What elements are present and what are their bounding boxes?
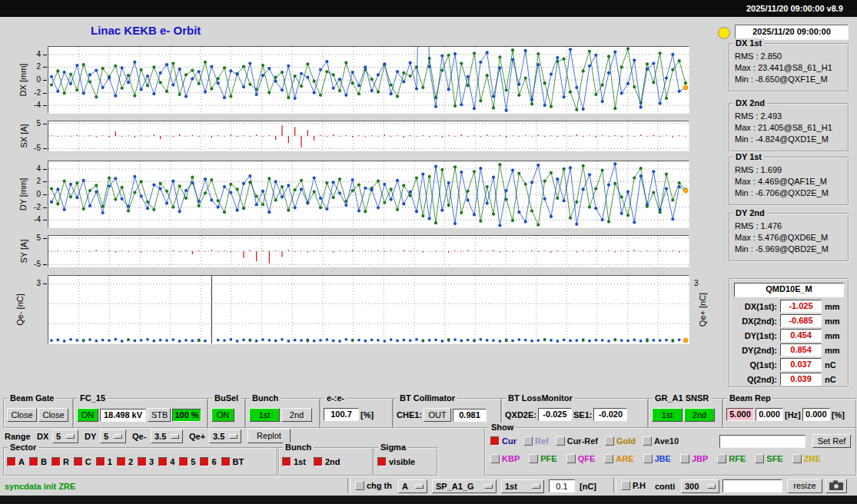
show-checkbox-are[interactable]: ARE <box>604 454 633 463</box>
checkbox-label: 2nd <box>325 457 340 466</box>
sync-status-message: syncdata init ZRE <box>5 482 75 491</box>
range-dx-select[interactable]: 5 <box>52 429 78 443</box>
checkbox-label: Ref <box>535 436 549 446</box>
readout-value: 0.039 <box>780 373 822 386</box>
readout-value: 0.854 <box>780 343 822 356</box>
resize-button[interactable]: resize <box>787 479 822 493</box>
show-checkbox-pfe[interactable]: PFE <box>529 454 556 463</box>
show-checkbox-ref[interactable]: Ref <box>523 436 549 446</box>
range-qe-minus-select[interactable]: 3.5 <box>151 429 183 443</box>
y-tick-mark <box>43 55 47 55</box>
show-checkbox-jbe[interactable]: JBE <box>643 454 671 463</box>
replot-button[interactable]: Replot <box>247 429 291 443</box>
qxd2e-value-display: -0.025 <box>538 408 572 421</box>
range-dy-label: DY <box>85 432 96 441</box>
range-dx-label: DX <box>37 432 48 441</box>
bunch-order-select[interactable]: 1st <box>501 479 544 493</box>
y-tick-mark <box>43 124 47 124</box>
y-tick-label: 5 <box>25 234 41 243</box>
show-checkbox-jbp[interactable]: JBP <box>680 454 708 463</box>
sector-checkbox-6[interactable]: 6 <box>200 457 216 466</box>
show-checkbox-zre[interactable]: ZRE <box>792 454 821 463</box>
stat-group-title: DX 2nd <box>733 98 767 108</box>
checkbox-label: QFE <box>578 454 596 463</box>
checkbox-label: 3 <box>149 457 154 466</box>
dropdown-indicator-icon <box>484 484 493 489</box>
y-tick-label: -2 <box>25 203 41 212</box>
show-checkbox-ave10[interactable]: Ave10 <box>643 436 679 446</box>
sector-select[interactable]: A <box>398 479 427 493</box>
sector-checkbox-B[interactable]: B <box>29 457 47 466</box>
bunch-checkbox-2nd[interactable]: 2nd <box>314 457 340 466</box>
monitor-readout-row: DX(1st):-1.025mm <box>730 299 848 313</box>
ref-name-input[interactable] <box>719 435 806 448</box>
beam-gate-close-button-1[interactable]: Close <box>7 408 37 422</box>
stat-max-value: Max : 23.441@S8_61_H1 <box>730 62 848 74</box>
readout-value: 0.037 <box>780 358 822 371</box>
y-tick-mark <box>43 207 47 208</box>
stat-group-dx-2nd: DX 2ndRMS : 2.493Max : 21.405@S8_61_H1Mi… <box>729 103 849 152</box>
beam-gate-close-button-2[interactable]: Close <box>38 408 68 422</box>
dropdown-indicator-icon <box>415 484 424 489</box>
y-tick-label: 4 <box>25 50 41 59</box>
show-checkbox-rfe[interactable]: RFE <box>717 454 746 463</box>
range-qe-plus-select[interactable]: 3.5 <box>209 429 241 443</box>
range-dx-value: 5 <box>56 432 61 441</box>
snsr-2nd-button[interactable]: 2nd <box>684 408 715 422</box>
screenshot-camera-button[interactable] <box>825 479 847 493</box>
show-title: Show <box>489 423 516 433</box>
bunch-1st-button[interactable]: 1st <box>249 408 280 422</box>
sector-checkbox-4[interactable]: 4 <box>158 457 174 466</box>
beam-rep-hz-unit: [Hz] <box>785 410 801 419</box>
show-checkbox-qfe[interactable]: QFE <box>566 454 596 463</box>
range-qe-plus-label: Qe+ <box>189 432 205 441</box>
sector-checkbox-1[interactable]: 1 <box>96 457 112 466</box>
sector-checkbox-R[interactable]: R <box>51 457 69 466</box>
show-checkbox-kbp[interactable]: KBP <box>490 454 520 463</box>
fc15-on-button[interactable]: ON <box>77 408 98 422</box>
stat-rms-value: RMS : 2.493 <box>730 111 848 122</box>
bunch-title: Bunch <box>250 393 281 403</box>
y-tick-label: 2 <box>25 177 41 186</box>
sector-checkbox-BT[interactable]: BT <box>221 457 244 466</box>
fc15-group: FC_15 ON 18.498 kV STB 100 % <box>73 398 208 429</box>
show-checkbox-cur[interactable]: Cur <box>490 436 517 446</box>
snsr-1st-button[interactable]: 1st <box>652 408 683 422</box>
sector-checkbox-A[interactable]: A <box>7 457 25 466</box>
checkbox-indicator <box>29 457 38 466</box>
range-qe-minus-label: Qe- <box>132 432 146 441</box>
bunch-2nd-button[interactable]: 2nd <box>281 408 312 422</box>
sector-checkbox-C[interactable]: C <box>74 457 91 466</box>
chg-th-checkbox[interactable]: chg th <box>355 481 392 490</box>
show-checkbox-gold[interactable]: Gold <box>605 436 636 446</box>
status-lamp-icon <box>718 27 730 39</box>
sector-checkbox-3[interactable]: 3 <box>138 457 154 466</box>
stat-min-value: Min : -4.824@QXD1E_M <box>730 134 848 145</box>
ph-checkbox[interactable]: P.H <box>621 481 646 490</box>
interval-select[interactable]: 300 <box>681 479 719 493</box>
che1-out-button[interactable]: OUT <box>424 408 451 422</box>
busel-on-button[interactable]: ON <box>211 408 234 422</box>
show-checkbox-sfe[interactable]: SFE <box>755 454 782 463</box>
readout-unit: nC <box>825 375 836 384</box>
beam-gate-title: Beam Gate <box>8 393 56 403</box>
x-axis-monitor-labels <box>48 346 689 390</box>
checkbox-label: 6 <box>211 457 216 466</box>
beam-rep-duty-display: 0.000 <box>802 408 830 421</box>
range-dy-select[interactable]: 5 <box>100 429 126 443</box>
checkbox-label: SFE <box>766 454 782 463</box>
fc15-stb-button[interactable]: STB <box>148 408 171 422</box>
ee-ratio-unit: [%] <box>360 410 374 419</box>
sector-checkbox-5[interactable]: 5 <box>179 457 195 466</box>
bunch-checkbox-1st[interactable]: 1st <box>282 457 306 466</box>
sigma-checkbox-visible[interactable]: visible <box>377 457 415 466</box>
set-ref-button[interactable]: Set Ref <box>812 434 851 448</box>
misc-input[interactable] <box>722 479 782 492</box>
che1-value-display: 0.981 <box>453 409 487 422</box>
charge-chart <box>48 275 689 344</box>
readout-label: DY(2nd): <box>734 346 777 355</box>
show-checkbox-cur-ref[interactable]: Cur-Ref <box>556 436 598 446</box>
threshold-input[interactable] <box>549 479 575 492</box>
monitor-group-select[interactable]: SP_A1_G <box>432 479 497 493</box>
sector-checkbox-2[interactable]: 2 <box>117 457 133 466</box>
